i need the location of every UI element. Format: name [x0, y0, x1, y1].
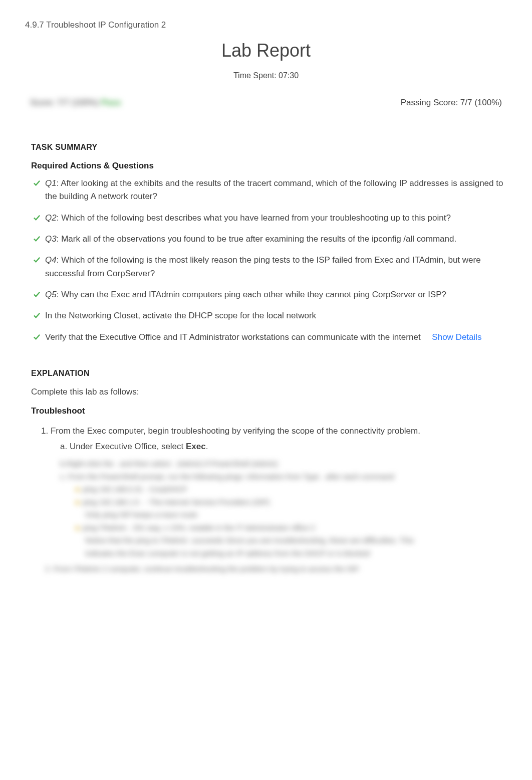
- check-icon: [33, 234, 41, 246]
- check-icon: [33, 178, 41, 190]
- step-1a-bold: Exec: [186, 442, 206, 451]
- step-1a-suffix: .: [206, 442, 208, 451]
- troubleshoot-heading: Troubleshoot: [31, 406, 507, 416]
- step-1: 1. From the Exec computer, begin trouble…: [41, 424, 507, 438]
- question-item: Q1: After looking at the exhibits and th…: [31, 177, 507, 204]
- check-icon: [33, 311, 41, 322]
- time-spent: Time Spent: 07:30: [25, 71, 507, 80]
- question-text: : Mark all of the observations you found…: [57, 234, 457, 244]
- score-row: Score: 7/7 (100%) Pass Passing Score: 7/…: [25, 98, 507, 108]
- explanation-heading: EXPLANATION: [31, 369, 507, 378]
- task-summary-heading: TASK SUMMARY: [31, 143, 507, 152]
- question-item: Q2: Which of the following best describe…: [31, 212, 507, 225]
- question-label: Q2: [45, 213, 57, 223]
- question-text: : After looking at the exhibits and the …: [45, 178, 503, 201]
- step-1a: a. Under Executive Office, select Exec.: [41, 440, 507, 453]
- check-icon: [33, 255, 41, 267]
- report-title: Lab Report: [25, 40, 507, 61]
- blurred-line: b.Right-click the . and then select . (A…: [31, 457, 507, 470]
- score-achieved: Score: 7/7 (100%) Pass: [30, 98, 121, 108]
- question-item: Q3: Mark all of the observations you fou…: [31, 233, 507, 246]
- blurred-step-2: 2. From ITAdmin 2 computer, continue tro…: [31, 564, 507, 573]
- question-label: Q4: [45, 255, 57, 265]
- check-icon: [33, 213, 41, 225]
- blurred-line: c. From the PowerShell prompt, run the f…: [31, 470, 507, 483]
- blurred-line: ping ITAdmin . 251 way, x 15%, notable i…: [31, 521, 507, 534]
- passing-score: Passing Score: 7/7 (100%): [401, 98, 502, 108]
- task-item: Verify that the Executive Office and IT …: [31, 331, 507, 344]
- question-text: : Which of the following is the most lik…: [45, 255, 481, 278]
- question-text: : Which of the following best describes …: [57, 213, 451, 223]
- breadcrumb: 4.9.7 Troubleshoot IP Configuration 2: [25, 20, 507, 30]
- blurred-line: indicates the Exec computer is not getti…: [31, 547, 507, 560]
- question-label: Q5: [45, 290, 57, 299]
- check-icon: [33, 332, 41, 344]
- question-label: Q1: [45, 178, 57, 188]
- show-details-link[interactable]: Show Details: [432, 332, 481, 342]
- question-label: Q3: [45, 234, 57, 244]
- task-text: Verify that the Executive Office and IT …: [45, 332, 421, 342]
- blurred-line: ping 192.168.0.31 - CorpDHCP: [31, 483, 507, 496]
- pass-label: Pass: [101, 98, 121, 107]
- blurred-line: Only ping ISP keeps a trace route: [31, 508, 507, 521]
- blurred-text: ping 192.168.0.31 - CorpDHCP: [83, 485, 187, 493]
- check-icon: [33, 290, 41, 301]
- explanation-intro: Complete this lab as follows:: [31, 387, 507, 397]
- task-item: In the Networking Closet, activate the D…: [31, 309, 507, 322]
- blurred-text: ping ITAdmin . 251 way, x 15%, notable i…: [83, 523, 315, 532]
- question-item: Q5: Why can the Exec and ITAdmin compute…: [31, 288, 507, 301]
- task-text: In the Networking Closet, activate the D…: [45, 311, 316, 320]
- blurred-text: ping 192.168.1.9 . - The internet Servic…: [83, 498, 270, 506]
- score-text: Score: 7/7 (100%): [30, 98, 99, 107]
- step-1a-prefix: a. Under Executive Office, select: [60, 442, 186, 451]
- blurred-content: b.Right-click the . and then select . (A…: [31, 457, 507, 573]
- question-text: : Why can the Exec and ITAdmin computers…: [57, 290, 446, 299]
- blurred-line: Notice that the ping to ITAdmin .succeed…: [31, 534, 507, 547]
- required-actions-heading: Required Actions & Questions: [31, 161, 507, 171]
- blurred-line: ping 192.168.1.9 . - The internet Servic…: [31, 496, 507, 509]
- question-item: Q4: Which of the following is the most l…: [31, 254, 507, 280]
